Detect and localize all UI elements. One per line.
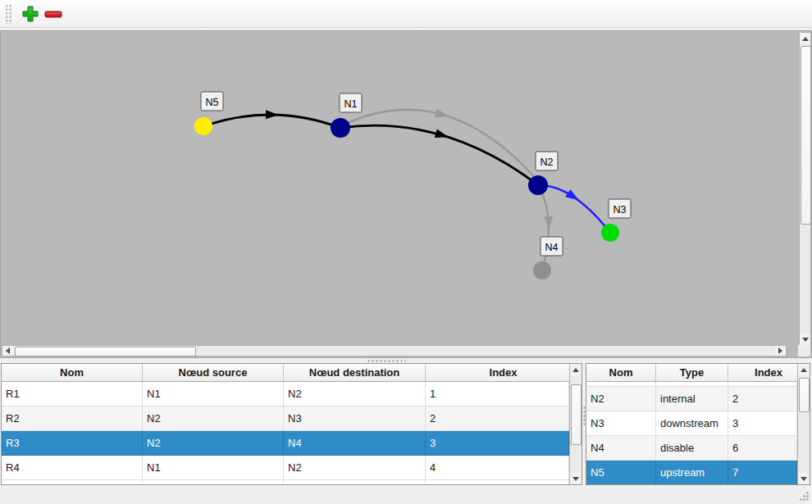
- table-row-R1[interactable]: R1N1N21: [2, 382, 569, 406]
- table-cell: R1: [2, 382, 143, 406]
- vertical-scroll-thumb[interactable]: [571, 384, 582, 445]
- add-button[interactable]: [19, 2, 42, 25]
- table-cell: N2: [143, 406, 284, 431]
- nodes-table-body: N2internal2N3downstream3N4disable6N5upst…: [586, 382, 797, 484]
- table-cell: N2: [143, 431, 284, 456]
- table-cell: 2: [426, 406, 569, 431]
- table-cell: N3: [284, 406, 426, 431]
- arrow-down-icon: [801, 477, 807, 481]
- scroll-left-button[interactable]: [2, 346, 13, 356]
- scroll-up-button[interactable]: [800, 33, 810, 44]
- table-cell: N1: [143, 382, 284, 406]
- scroll-right-button[interactable]: [775, 346, 786, 356]
- table-cell: N5: [586, 461, 656, 484]
- node-N3[interactable]: [601, 224, 619, 242]
- table-cell: 1: [426, 382, 569, 406]
- node-label-N2[interactable]: N2: [536, 152, 558, 170]
- canvas-vertical-scrollbar[interactable]: [799, 32, 811, 346]
- vertical-scroll-thumb[interactable]: [801, 46, 811, 225]
- column-header-index[interactable]: Index: [426, 364, 582, 381]
- vertical-scroll-thumb[interactable]: [799, 378, 810, 412]
- scroll-up-button[interactable]: [570, 364, 581, 375]
- column-header-nom[interactable]: Nom: [2, 364, 143, 381]
- table-cell: N1: [143, 456, 284, 480]
- table-row-N5[interactable]: N5upstream7: [586, 461, 797, 484]
- plus-icon: [21, 5, 39, 23]
- table-cell: N4: [284, 431, 426, 456]
- scroll-down-button[interactable]: [570, 473, 581, 484]
- scroll-up-button[interactable]: [798, 364, 809, 375]
- routes-table-scrollbar[interactable]: [569, 364, 582, 484]
- node-label-N5[interactable]: N5: [201, 92, 223, 111]
- table-cell: downstream: [656, 411, 728, 436]
- table-cell: 4: [426, 456, 569, 480]
- svg-text:N2: N2: [541, 157, 554, 168]
- table-cell: [284, 480, 426, 484]
- arrow-right-icon: [778, 347, 782, 354]
- node-N2[interactable]: [528, 175, 548, 195]
- svg-text:N5: N5: [206, 97, 219, 108]
- arrowhead-icon: [435, 129, 449, 142]
- edge-N2-N4-4[interactable]: [538, 185, 549, 270]
- table-cell: N2: [284, 382, 426, 406]
- table-cell: 7: [728, 461, 797, 484]
- column-header-n-ud-source[interactable]: Nœud source: [143, 364, 284, 381]
- routes-table-header: NomNœud sourceNœud destinationIndex: [2, 364, 582, 382]
- edge-N1-N2-2[interactable]: [340, 110, 538, 181]
- nodes-table-header: NomTypeIndex: [586, 364, 810, 382]
- table-cell: 6: [728, 436, 797, 461]
- toolbar-drag-handle[interactable]: [5, 4, 12, 24]
- node-label-N1[interactable]: N1: [340, 93, 362, 112]
- table-row-R3[interactable]: R3N2N43: [2, 431, 569, 456]
- graph-canvas[interactable]: N5N1N2N3N4: [0, 30, 812, 358]
- scroll-down-button[interactable]: [798, 473, 809, 484]
- svg-text:N4: N4: [545, 242, 559, 253]
- table-cell: N4: [586, 436, 656, 461]
- table-cell: [143, 480, 284, 484]
- table-cell: [2, 480, 143, 484]
- resize-grip-icon[interactable]: [797, 489, 810, 502]
- table-row-N3[interactable]: N3downstream3: [586, 411, 797, 436]
- table-row-N4[interactable]: N4disable6: [586, 436, 797, 461]
- table-cell: [426, 480, 569, 484]
- table-row-R2[interactable]: R2N2N32: [2, 406, 569, 431]
- node-label-N4[interactable]: N4: [541, 237, 563, 256]
- column-header-n-ud-destination[interactable]: Nœud destination: [284, 364, 426, 381]
- routes-table-body: R1N1N21R2N2N32R3N2N43R4N1N24: [2, 382, 569, 484]
- toolbar: [0, 0, 812, 28]
- splitter-handle-icon: [367, 359, 406, 362]
- arrow-left-icon: [6, 347, 10, 354]
- node-N5[interactable]: [194, 117, 212, 135]
- routes-table: NomNœud sourceNœud destinationIndex R1N1…: [1, 363, 582, 485]
- arrowhead-icon: [266, 110, 279, 119]
- node-N1[interactable]: [331, 118, 350, 138]
- column-header-nom[interactable]: Nom: [586, 364, 656, 381]
- horizontal-scroll-thumb[interactable]: [15, 347, 196, 356]
- node-label-N3[interactable]: N3: [609, 199, 631, 218]
- node-N4[interactable]: [533, 261, 551, 279]
- column-header-type[interactable]: Type: [656, 364, 728, 381]
- scroll-down-button[interactable]: [800, 334, 810, 345]
- table-cell: R3: [2, 431, 143, 456]
- arrow-up-icon: [573, 368, 579, 372]
- remove-button[interactable]: [42, 2, 65, 25]
- table-cell: N3: [586, 411, 656, 436]
- svg-text:N1: N1: [344, 98, 358, 110]
- table-row-R4[interactable]: R4N1N24: [2, 456, 569, 480]
- scrollbar-corner: [798, 345, 810, 356]
- table-cell: disable: [656, 436, 728, 461]
- arrow-down-icon: [573, 477, 579, 481]
- table-cell: internal: [656, 387, 728, 411]
- arrow-up-icon: [801, 368, 807, 372]
- table-cell: 3: [426, 431, 569, 456]
- arrowhead-icon: [544, 216, 554, 230]
- arrowhead-icon: [435, 109, 449, 121]
- svg-text:N3: N3: [614, 204, 627, 216]
- table-row-partial[interactable]: [2, 480, 569, 484]
- application-window: N5N1N2N3N4 NomNœud sourceNœud destinatio…: [0, 0, 812, 504]
- canvas-horizontal-scrollbar[interactable]: [2, 345, 787, 356]
- table-cell: N2: [284, 456, 426, 480]
- nodes-table-scrollbar[interactable]: [797, 364, 810, 484]
- table-row-N2[interactable]: N2internal2: [586, 387, 797, 411]
- graph-view: N5N1N2N3N4: [2, 32, 787, 346]
